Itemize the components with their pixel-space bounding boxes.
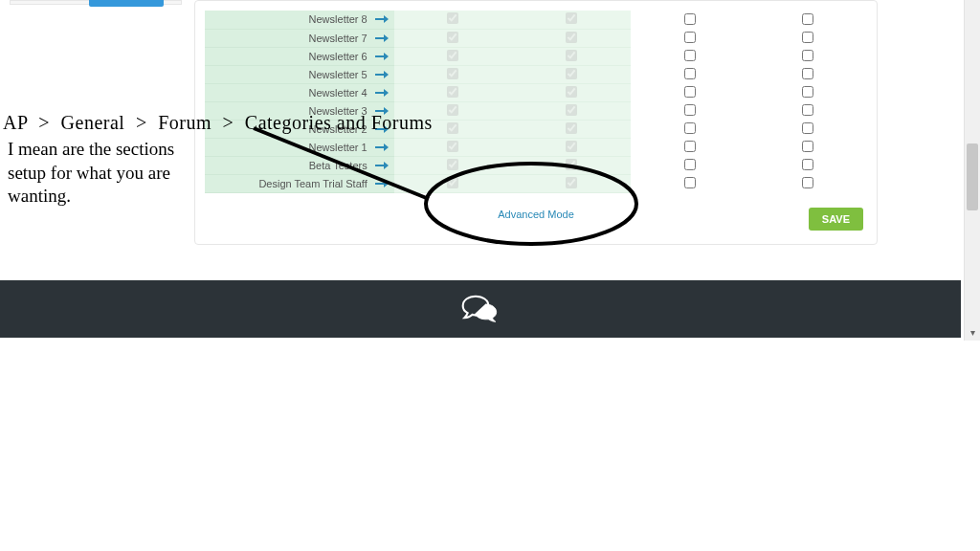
perm-cell <box>748 120 867 138</box>
perm-cell <box>748 83 867 101</box>
perm-checkbox[interactable] <box>802 177 813 188</box>
scrollbar-thumb[interactable] <box>967 143 978 210</box>
perm-cell <box>631 120 749 138</box>
arrow-right-icon <box>375 52 389 61</box>
chat-icon <box>461 292 500 326</box>
perm-cell <box>394 138 513 156</box>
perm-checkbox <box>447 32 458 43</box>
row-label-cell[interactable]: Beta Testers <box>205 156 394 174</box>
row-label-cell[interactable]: Newsletter 5 <box>205 65 394 83</box>
breadcrumb-item: Categories and Forums <box>245 112 433 133</box>
perm-checkbox[interactable] <box>802 32 813 43</box>
arrow-right-icon <box>375 70 389 79</box>
svg-marker-5 <box>384 53 389 60</box>
perm-checkbox[interactable] <box>684 122 696 134</box>
perm-checkbox <box>447 177 458 188</box>
breadcrumb: AP > General > Forum > Categories and Fo… <box>3 112 433 134</box>
perm-checkbox <box>447 86 458 98</box>
perm-checkbox <box>566 32 577 43</box>
row-label: Newsletter 4 <box>309 87 368 99</box>
perm-cell <box>512 120 631 138</box>
perm-cell <box>748 11 867 29</box>
perm-cell <box>631 156 749 174</box>
annotation-note: I mean are the sections setup for what y… <box>8 138 209 209</box>
perm-checkbox[interactable] <box>802 68 813 79</box>
row-label-cell[interactable]: Newsletter 4 <box>205 83 394 101</box>
table-row: Newsletter 6 <box>205 47 867 65</box>
perm-checkbox[interactable] <box>802 50 813 61</box>
perm-cell <box>631 83 749 101</box>
breadcrumb-sep: > <box>136 112 147 133</box>
table-row: Newsletter 4 <box>205 83 867 101</box>
footer-bar <box>0 280 961 338</box>
perm-cell <box>512 65 631 83</box>
perm-checkbox[interactable] <box>684 86 696 98</box>
perm-cell <box>631 138 749 156</box>
perm-checkbox[interactable] <box>802 141 813 152</box>
row-label-cell[interactable]: Newsletter 6 <box>205 47 394 65</box>
perm-checkbox <box>566 12 577 24</box>
perm-cell <box>631 29 749 47</box>
breadcrumb-item: Forum <box>158 112 212 133</box>
row-label-cell[interactable]: Newsletter 7 <box>205 29 394 47</box>
perm-checkbox <box>566 68 577 79</box>
arrow-right-icon <box>375 14 389 24</box>
perm-cell <box>512 174 631 192</box>
save-button[interactable]: SAVE <box>809 208 863 231</box>
row-label: Newsletter 1 <box>309 142 368 153</box>
perm-cell <box>394 156 513 174</box>
row-label-cell[interactable]: Design Team Trial Staff <box>205 174 394 192</box>
table-row: Newsletter 5 <box>205 65 867 83</box>
perm-checkbox <box>566 159 577 170</box>
arrow-right-icon <box>375 179 389 188</box>
perm-cell <box>512 138 631 156</box>
perm-checkbox[interactable] <box>684 104 696 116</box>
perm-checkbox <box>447 50 458 61</box>
vertical-scrollbar[interactable]: ▾ <box>964 0 980 341</box>
arrow-right-icon <box>375 33 389 43</box>
svg-marker-9 <box>384 89 389 97</box>
perm-checkbox[interactable] <box>802 13 813 25</box>
breadcrumb-sep: > <box>38 112 50 133</box>
perm-cell <box>748 138 867 156</box>
perm-checkbox[interactable] <box>684 13 696 25</box>
perm-cell <box>512 83 631 101</box>
row-label-cell[interactable]: Newsletter 1 <box>205 138 394 156</box>
row-label-cell[interactable]: Newsletter 8 <box>205 11 394 29</box>
perm-cell <box>631 11 749 29</box>
perm-cell <box>748 47 867 65</box>
perm-cell <box>394 83 513 101</box>
table-row: Newsletter 1 <box>205 138 867 156</box>
perm-checkbox <box>566 50 577 61</box>
perm-cell <box>748 174 867 192</box>
perm-checkbox[interactable] <box>802 122 813 134</box>
perm-checkbox[interactable] <box>684 177 696 188</box>
breadcrumb-sep: > <box>223 112 234 133</box>
sidebar-button[interactable] <box>89 0 164 7</box>
perm-cell <box>394 65 513 83</box>
perm-checkbox[interactable] <box>802 86 813 98</box>
scrollbar-down-icon[interactable]: ▾ <box>965 324 980 341</box>
perm-checkbox[interactable] <box>684 50 696 61</box>
perm-checkbox[interactable] <box>684 141 696 152</box>
perm-checkbox[interactable] <box>802 159 813 170</box>
row-label: Newsletter 8 <box>309 13 368 25</box>
svg-marker-15 <box>384 143 389 151</box>
row-label: Beta Testers <box>309 160 368 171</box>
perm-checkbox[interactable] <box>802 104 813 116</box>
perm-checkbox[interactable] <box>684 159 696 170</box>
perm-cell <box>512 11 631 29</box>
perm-checkbox <box>566 86 577 98</box>
perm-checkbox <box>447 141 458 152</box>
perm-cell <box>394 11 513 29</box>
advanced-mode-link[interactable]: Advanced Mode <box>205 209 867 220</box>
arrow-right-icon <box>375 161 389 170</box>
svg-marker-7 <box>384 71 389 78</box>
perm-checkbox[interactable] <box>684 68 696 79</box>
perm-cell <box>748 101 867 120</box>
perm-checkbox <box>447 159 458 170</box>
table-row: Newsletter 8 <box>205 11 867 29</box>
row-label: Newsletter 6 <box>309 51 368 62</box>
perm-checkbox[interactable] <box>684 32 696 43</box>
breadcrumb-item: General <box>61 112 125 133</box>
